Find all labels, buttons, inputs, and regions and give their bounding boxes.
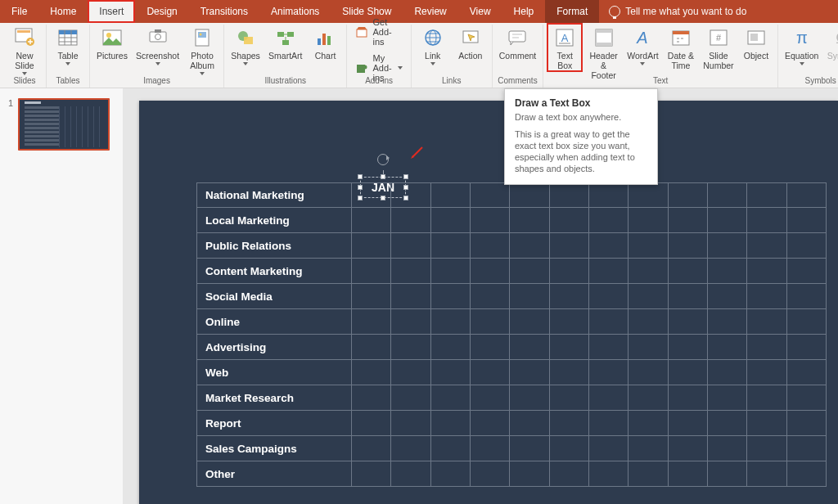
- table-cell[interactable]: [391, 208, 430, 233]
- table-cell[interactable]: [431, 385, 471, 411]
- table-cell[interactable]: [708, 233, 747, 259]
- table-cell[interactable]: [391, 284, 430, 309]
- table-cell[interactable]: [352, 385, 391, 411]
- tab-review[interactable]: Review: [403, 0, 457, 23]
- tab-animations[interactable]: Animations: [259, 0, 331, 23]
- table-cell[interactable]: [352, 436, 391, 461]
- table-cell[interactable]: [471, 284, 510, 309]
- table-cell[interactable]: [669, 259, 708, 284]
- table-cell[interactable]: [471, 309, 510, 335]
- resize-handle[interactable]: [358, 174, 363, 179]
- slide-number-button[interactable]: # Slide Number: [702, 25, 735, 70]
- table-cell[interactable]: [747, 360, 786, 385]
- table-cell[interactable]: [589, 182, 628, 208]
- table-cell[interactable]: [550, 208, 589, 233]
- table-cell[interactable]: [669, 436, 708, 461]
- resize-handle[interactable]: [403, 174, 408, 179]
- slide-table[interactable]: National MarketingLocal MarketingPublic …: [196, 182, 827, 487]
- table-cell[interactable]: [550, 385, 589, 411]
- table-cell[interactable]: [747, 284, 786, 309]
- table-row[interactable]: Online: [196, 309, 827, 335]
- table-row[interactable]: Report: [196, 411, 827, 436]
- table-cell[interactable]: [628, 309, 668, 335]
- table-cell[interactable]: [628, 461, 668, 487]
- photo-album-button[interactable]: Photo Album: [186, 25, 219, 75]
- table-row[interactable]: Content Marketing: [196, 259, 827, 284]
- table-cell[interactable]: [352, 309, 391, 335]
- table-cell[interactable]: [628, 335, 668, 360]
- tab-help[interactable]: Help: [502, 0, 546, 23]
- table-cell[interactable]: [787, 259, 827, 284]
- table-cell[interactable]: [510, 411, 549, 436]
- table-cell[interactable]: [787, 208, 827, 233]
- table-cell[interactable]: [708, 182, 747, 208]
- text-box-button[interactable]: A Text Box: [548, 25, 581, 70]
- table-cell[interactable]: [352, 411, 391, 436]
- table-cell[interactable]: [431, 259, 471, 284]
- table-cell[interactable]: [747, 208, 786, 233]
- wordart-button[interactable]: A WordArt: [626, 25, 660, 65]
- table-cell[interactable]: [708, 309, 747, 335]
- table-cell[interactable]: [471, 360, 510, 385]
- table-cell[interactable]: [391, 461, 430, 487]
- table-cell[interactable]: [747, 385, 786, 411]
- table-row[interactable]: Local Marketing: [196, 208, 827, 233]
- table-cell[interactable]: [589, 436, 628, 461]
- tab-insert[interactable]: Insert: [88, 0, 135, 23]
- table-cell[interactable]: [787, 335, 827, 360]
- table-cell[interactable]: [669, 411, 708, 436]
- table-cell[interactable]: [787, 182, 827, 208]
- table-cell[interactable]: [787, 309, 827, 335]
- table-cell[interactable]: [669, 360, 708, 385]
- table-cell[interactable]: [669, 208, 708, 233]
- table-cell[interactable]: [510, 436, 549, 461]
- table-cell[interactable]: [550, 309, 589, 335]
- table-cell[interactable]: [510, 335, 549, 360]
- table-cell[interactable]: [708, 208, 747, 233]
- table-cell[interactable]: [669, 233, 708, 259]
- table-cell[interactable]: [471, 208, 510, 233]
- table-cell[interactable]: [352, 461, 391, 487]
- comment-button[interactable]: Comment: [498, 25, 538, 61]
- table-cell[interactable]: [589, 309, 628, 335]
- table-cell[interactable]: [787, 233, 827, 259]
- table-row[interactable]: Web: [196, 360, 827, 385]
- table-cell[interactable]: [431, 360, 471, 385]
- table-cell[interactable]: [550, 259, 589, 284]
- table-cell[interactable]: [628, 385, 668, 411]
- table-cell[interactable]: [471, 385, 510, 411]
- table-cell[interactable]: [510, 233, 549, 259]
- table-cell[interactable]: [391, 436, 430, 461]
- table-cell[interactable]: [787, 436, 827, 461]
- table-row[interactable]: National Marketing: [196, 182, 827, 208]
- table-row[interactable]: Sales Campaigns: [196, 436, 827, 461]
- table-cell[interactable]: [471, 182, 510, 208]
- table-cell[interactable]: [510, 259, 549, 284]
- table-cell[interactable]: [352, 259, 391, 284]
- tab-format[interactable]: Format: [545, 0, 599, 23]
- table-cell[interactable]: [471, 436, 510, 461]
- table-cell[interactable]: [471, 411, 510, 436]
- table-row[interactable]: Market Research: [196, 385, 827, 411]
- table-button[interactable]: Table: [52, 25, 84, 65]
- table-cell[interactable]: [431, 461, 471, 487]
- table-cell[interactable]: [589, 233, 628, 259]
- action-button[interactable]: Action: [454, 25, 487, 61]
- equation-button[interactable]: π Equation: [783, 25, 820, 65]
- table-cell[interactable]: [510, 284, 549, 309]
- table-cell[interactable]: [708, 411, 747, 436]
- table-cell[interactable]: [550, 360, 589, 385]
- table-cell[interactable]: [391, 385, 430, 411]
- table-cell[interactable]: [510, 385, 549, 411]
- table-cell[interactable]: [391, 259, 430, 284]
- rotate-handle[interactable]: [377, 154, 389, 165]
- slide-thumbnails-pane[interactable]: 1: [0, 88, 123, 504]
- table-cell[interactable]: [708, 284, 747, 309]
- tab-file[interactable]: File: [0, 0, 38, 23]
- resize-handle[interactable]: [381, 174, 385, 179]
- table-cell[interactable]: [550, 436, 589, 461]
- table-cell[interactable]: [787, 284, 827, 309]
- table-cell[interactable]: [708, 259, 747, 284]
- table-cell[interactable]: [352, 233, 391, 259]
- table-cell[interactable]: [550, 461, 589, 487]
